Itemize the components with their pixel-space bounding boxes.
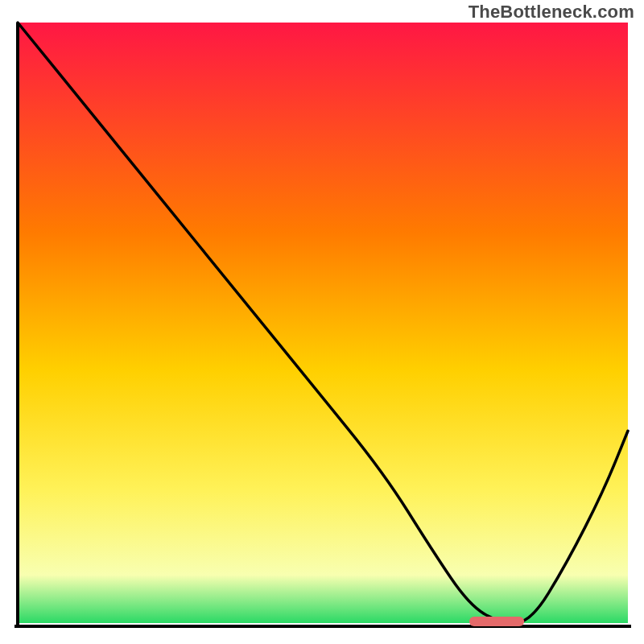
chart-container: { "watermark": "TheBottleneck.com", "col… xyxy=(0,0,644,644)
bottleneck-chart xyxy=(0,0,644,644)
gradient-background xyxy=(18,23,628,623)
optimal-marker xyxy=(469,617,524,626)
